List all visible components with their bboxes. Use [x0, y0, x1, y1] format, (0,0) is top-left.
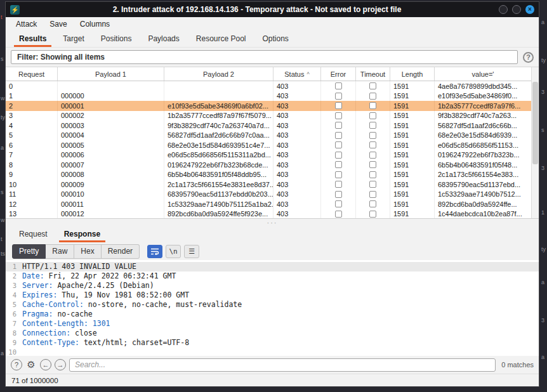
code-line[interactable]: 5Cache-Control: no-store, no-cache, must… [6, 300, 539, 310]
error-checkbox[interactable] [335, 191, 342, 198]
column-header-status[interactable]: Status^ [274, 67, 321, 81]
view-mode-pretty[interactable]: Pretty [12, 244, 46, 259]
column-header-timeout[interactable]: Timeout [356, 67, 390, 81]
error-checkbox[interactable] [335, 141, 342, 148]
error-checkbox[interactable] [335, 181, 342, 188]
error-checkbox[interactable] [335, 122, 342, 129]
menu-item-save[interactable]: Save [43, 18, 73, 30]
tab-positions[interactable]: Positions [93, 31, 140, 47]
error-checkbox[interactable] [335, 82, 342, 89]
column-header-payload-2[interactable]: Payload 2 [164, 67, 274, 81]
close-button[interactable]: × [525, 5, 534, 14]
tab-payloads[interactable]: Payloads [140, 31, 187, 47]
table-scrollbar[interactable] [531, 67, 539, 218]
table-row[interactable]: 80000070196247922eb6f7b323b68cde...40315… [6, 160, 531, 170]
minimize-button[interactable] [499, 5, 508, 14]
table-row[interactable]: 30000021b2a35777ccedf87a97f67f5079...403… [6, 111, 531, 121]
timeout-checkbox[interactable] [369, 132, 376, 139]
timeout-checkbox[interactable] [369, 191, 376, 198]
tab-options[interactable]: Options [254, 31, 297, 47]
show-newlines-button[interactable]: \n [166, 245, 181, 258]
timeout-checkbox[interactable] [369, 112, 376, 119]
code-line[interactable]: 8Connection: close [6, 329, 539, 338]
word-wrap-button[interactable] [147, 245, 162, 258]
timeout-checkbox[interactable] [369, 152, 376, 159]
code-line[interactable]: 4Expires: Thu, 19 Nov 1981 08:52:00 GMT [6, 291, 539, 300]
error-checkbox[interactable] [335, 132, 342, 139]
maximize-button[interactable] [512, 5, 521, 14]
tab-target[interactable]: Target [55, 31, 92, 47]
code-line[interactable]: 1HTTP/1.1 403 INVALID VALUE [6, 262, 539, 271]
search-next-icon[interactable]: → [55, 359, 66, 370]
code-text: Content-Type: text/html; charset=UTF-8 [22, 338, 189, 348]
menu-item-attack[interactable]: Attack [10, 18, 43, 30]
title-bar[interactable]: ⚡ 2. Intruder attack of 192.168.14.136 -… [6, 2, 539, 17]
error-checkbox[interactable] [335, 171, 342, 178]
view-mode-raw[interactable]: Raw [46, 244, 74, 259]
code-line[interactable]: 3Server: Apache/2.4.25 (Debian) [6, 281, 539, 291]
code-line[interactable]: 7Content-Length: 1301 [6, 319, 539, 329]
detail-tab-response[interactable]: Response [56, 226, 109, 242]
error-checkbox[interactable] [335, 200, 342, 207]
timeout-checkbox[interactable] [369, 82, 376, 89]
table-row[interactable]: 40000039f3b3829cdf740c7a263740a7d...4031… [6, 121, 531, 131]
editor-menu-button[interactable]: ☰ [184, 245, 199, 258]
panel-splitter[interactable]: ··· [6, 219, 539, 226]
cell-payload2: 9f3b3829cdf740c7a263740a7d... [164, 121, 274, 131]
timeout-checkbox[interactable] [369, 161, 376, 168]
code-line[interactable]: 6Pragma: no-cache [6, 310, 539, 319]
table-row[interactable]: 90000086b5b4b06483591f05f48ddb95...40315… [6, 170, 531, 180]
timeout-checkbox[interactable] [369, 141, 376, 148]
table-row[interactable]: 100000092c1a173c5f661554e3831ee8d37...40… [6, 180, 531, 190]
table-row[interactable]: 120000111c53329aae71490b751125a1ba2...40… [6, 199, 531, 209]
timeout-checkbox[interactable] [369, 211, 376, 218]
search-help-icon[interactable]: ? [11, 359, 22, 370]
line-number: 6 [6, 310, 22, 319]
error-checkbox[interactable] [335, 102, 342, 109]
code-line[interactable]: 10 [6, 348, 539, 356]
table-row[interactable]: 10000004031591e10f93e5d5abe34869f0... [6, 91, 531, 101]
search-prev-icon[interactable]: ← [40, 359, 51, 370]
menu-item-columns[interactable]: Columns [74, 18, 116, 30]
filter-box[interactable]: Filter: Showing all items [11, 50, 518, 64]
tab-results[interactable]: Results [11, 31, 55, 47]
tab-resource-pool[interactable]: Resource Pool [188, 31, 254, 47]
search-input[interactable] [69, 358, 496, 372]
error-checkbox[interactable] [335, 112, 342, 119]
error-checkbox[interactable] [335, 211, 342, 218]
error-checkbox[interactable] [335, 93, 342, 100]
column-header-length[interactable]: Length [390, 67, 435, 81]
scrollbar-thumb[interactable] [532, 82, 538, 164]
search-settings-icon[interactable]: ⚙ [25, 359, 37, 370]
cell-timeout [356, 150, 390, 160]
table-row[interactable]: 600000568e2e03e15d584d693951c4e7...40315… [6, 140, 531, 150]
code-line[interactable]: 2Date: Fri, 22 Apr 2022 06:32:41 GMT [6, 271, 539, 281]
results-table-body: 040315914ae8a76789899dbd345...1000000403… [6, 81, 539, 218]
timeout-checkbox[interactable] [369, 93, 376, 100]
column-header-error[interactable]: Error [321, 67, 356, 81]
view-mode-render[interactable]: Render [102, 244, 140, 259]
timeout-checkbox[interactable] [369, 122, 376, 129]
table-row[interactable]: 500000456827df5d1aaf2d6c66b97c0aa...4031… [6, 131, 531, 141]
detail-tab-request[interactable]: Request [11, 226, 56, 242]
error-checkbox[interactable] [335, 161, 342, 168]
column-header-value[interactable]: value=' [435, 67, 531, 81]
error-checkbox[interactable] [335, 152, 342, 159]
column-header-payload-1[interactable]: Payload 1 [58, 67, 164, 81]
timeout-checkbox[interactable] [369, 200, 376, 207]
table-row[interactable]: 7000006e06d5c85d66856f5115311a2bd...4031… [6, 150, 531, 160]
response-editor[interactable]: 1HTTP/1.1 403 INVALID VALUE2Date: Fri, 2… [6, 260, 539, 356]
table-row[interactable]: 040315914ae8a76789899dbd345... [6, 81, 531, 91]
code-line[interactable]: 9Content-Type: text/html; charset=UTF-8 [6, 338, 539, 348]
view-mode-hex[interactable]: Hex [74, 244, 101, 259]
background-text-fragment: 1 [541, 209, 544, 216]
cell-payload1: 000008 [58, 170, 164, 180]
column-header-request[interactable]: Request [6, 67, 58, 81]
table-row[interactable]: 2000001e10f93e5d5abe34869f0a6bf02...4031… [6, 101, 531, 111]
timeout-checkbox[interactable] [369, 171, 376, 178]
timeout-checkbox[interactable] [369, 181, 376, 188]
table-row[interactable]: 13000012892bcd6ba0d9a5924ffe5f923e...403… [6, 209, 531, 219]
table-row[interactable]: 1100001068395790eac5d1137ebdd0b203...403… [6, 190, 531, 200]
timeout-checkbox[interactable] [369, 102, 376, 109]
help-icon[interactable]: ? [523, 52, 534, 63]
